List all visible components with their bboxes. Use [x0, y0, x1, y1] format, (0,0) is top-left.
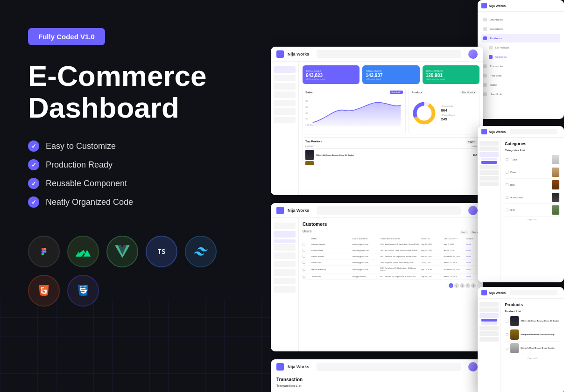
prod-nav-6[interactable]: [479, 337, 499, 342]
cust-sidebar-userrole[interactable]: [274, 286, 296, 293]
prod-nav-2[interactable]: [479, 308, 499, 312]
cat-checkbox[interactable]: [506, 158, 508, 161]
sort-btn[interactable]: Sort ↕: [460, 231, 468, 234]
nav-outlet[interactable]: Outlet: [481, 81, 560, 89]
cat-nav-categories[interactable]: [481, 161, 497, 164]
nav-customers[interactable]: Customers: [481, 25, 560, 33]
cust-address: 2464 Royal Ln. Mesa, New Jersey 45463: [380, 261, 420, 264]
page-4[interactable]: 4: [465, 283, 470, 288]
prod-nav-1[interactable]: [479, 302, 499, 307]
cat-checkbox[interactable]: [506, 209, 508, 211]
stat-value-buyers: 120,981: [426, 73, 476, 78]
cat-search[interactable]: [510, 129, 557, 134]
products-list-subtitle: Product List: [505, 310, 560, 313]
cust-search[interactable]: [317, 206, 461, 215]
cust-sidebar-finddata[interactable]: [274, 261, 296, 267]
cust-sidebar-dashboard[interactable]: [274, 223, 296, 229]
prod-nav-listproducts[interactable]: [481, 319, 497, 322]
cat-nav-6[interactable]: [479, 170, 499, 175]
page-3[interactable]: 3: [460, 283, 465, 288]
cat-checkbox[interactable]: [506, 183, 508, 186]
prod-checkbox[interactable]: [506, 333, 508, 336]
cat-nav-1[interactable]: [479, 141, 499, 146]
row-checkbox[interactable]: [303, 243, 305, 245]
cat-image-bag: [552, 180, 559, 189]
row-checkbox[interactable]: [303, 249, 305, 252]
left-panel: Fully Coded V1.0 E-CommerceDashboard Eas…: [0, 0, 271, 392]
nav-dot: [489, 55, 493, 59]
top-product-year-select[interactable]: Year ▾: [466, 140, 477, 144]
dash-avatar: [468, 49, 478, 59]
cust-name: Guevara Legeza: [311, 243, 351, 245]
table-row: Annette Black annette@gmail.com 3817 W. …: [303, 247, 479, 253]
sidebar-row-userrole[interactable]: [274, 117, 296, 123]
cust-email: dianne@gmail.com: [352, 255, 379, 258]
cust-table-actions: Sort ↕ Filter ▾: [460, 231, 479, 234]
cust-email: bell@gmail.com: [352, 275, 379, 278]
prod-checkbox[interactable]: [506, 347, 508, 350]
row-checkbox[interactable]: [303, 261, 305, 264]
cust-sidebar-customers[interactable]: [274, 231, 296, 238]
sidebar-row-outlet[interactable]: [274, 108, 296, 115]
sidebar-row-dashboard[interactable]: [274, 66, 296, 73]
cat-nav-2[interactable]: [479, 147, 499, 151]
prod-search[interactable]: [510, 290, 557, 295]
cat-nav-8[interactable]: [479, 182, 499, 186]
dash-search-bar[interactable]: [317, 50, 461, 58]
cat-header: Nija Works: [478, 126, 564, 138]
row-checkbox[interactable]: [303, 268, 305, 271]
nav-dashboard[interactable]: Dashboard: [481, 15, 560, 24]
cust-sidebar-products[interactable]: [274, 244, 296, 251]
cat-name: Shirt: [510, 209, 515, 211]
cat-nav-3-active[interactable]: [479, 152, 499, 157]
product-chart-title: Product: [411, 91, 422, 94]
page-5[interactable]: 5: [471, 283, 476, 288]
nav-finddata[interactable]: Transaction: [481, 62, 560, 70]
nav-categories[interactable]: Categories: [481, 53, 560, 61]
categories-screenshot: Nija Works Categories Categories List: [478, 126, 564, 282]
cust-sidebar-outlet[interactable]: [274, 278, 296, 284]
page-1[interactable]: 1: [449, 283, 453, 288]
sales-download-btn[interactable]: Download ↓: [390, 91, 403, 94]
cat-image-accessories: [552, 193, 559, 202]
cat-checkbox[interactable]: [506, 171, 508, 174]
col-sold: SOLD: [420, 145, 477, 147]
sidebar-row-transaction[interactable]: [274, 83, 296, 90]
nav-dot-active: [483, 36, 487, 40]
nav-userrole[interactable]: User Role: [481, 90, 560, 98]
trans-logo-text: Nija Works: [288, 364, 309, 369]
cust-name: Jerome Bell: [311, 275, 351, 278]
cust-sidebar-partner[interactable]: [274, 269, 296, 276]
cust-sidebar-transaction[interactable]: [274, 252, 296, 259]
sidebar-row-finddata[interactable]: [274, 91, 296, 98]
nav-products[interactable]: Products: [481, 34, 560, 42]
stat-value-users: 142,937: [366, 73, 416, 78]
product-month-select[interactable]: This Month ▾: [460, 91, 477, 94]
feature-label-2: Production Ready: [46, 160, 113, 170]
page-2[interactable]: 2: [454, 283, 459, 288]
cat-checkbox[interactable]: [506, 196, 508, 199]
cust-sidebar-users-active[interactable]: [274, 239, 296, 243]
prod-nav-3[interactable]: [479, 313, 499, 318]
prod-nav-5[interactable]: [479, 331, 499, 336]
trans-search[interactable]: [317, 363, 461, 371]
nav-partner[interactable]: Find data: [481, 71, 560, 80]
stat-change-users: +12% since March: [366, 78, 416, 80]
sidebar-row-partner[interactable]: [274, 100, 296, 106]
mini-logo-icon: [481, 3, 487, 8]
sidebar-row-products[interactable]: [274, 75, 296, 81]
pagination-next[interactable]: »: [477, 285, 478, 287]
cat-nav-5[interactable]: [479, 165, 499, 169]
prod-nav-categories[interactable]: [481, 322, 497, 325]
nav-transaction[interactable]: List Products: [481, 43, 560, 52]
customers-subtitle: Users: [303, 230, 311, 233]
cust-activity: November 16, 2014: [444, 268, 465, 271]
cat-nav-4[interactable]: [481, 158, 497, 161]
cat-nav-7[interactable]: [479, 176, 499, 181]
cust-main-content: Customers Users Sort ↕ Filter ▾ NAME EMA…: [299, 218, 483, 351]
prod-checkbox[interactable]: [506, 320, 508, 322]
row-checkbox[interactable]: [303, 255, 305, 258]
prod-nav-4[interactable]: [479, 326, 499, 330]
pagination-prev[interactable]: «: [447, 285, 448, 287]
row-checkbox[interactable]: [303, 275, 305, 278]
